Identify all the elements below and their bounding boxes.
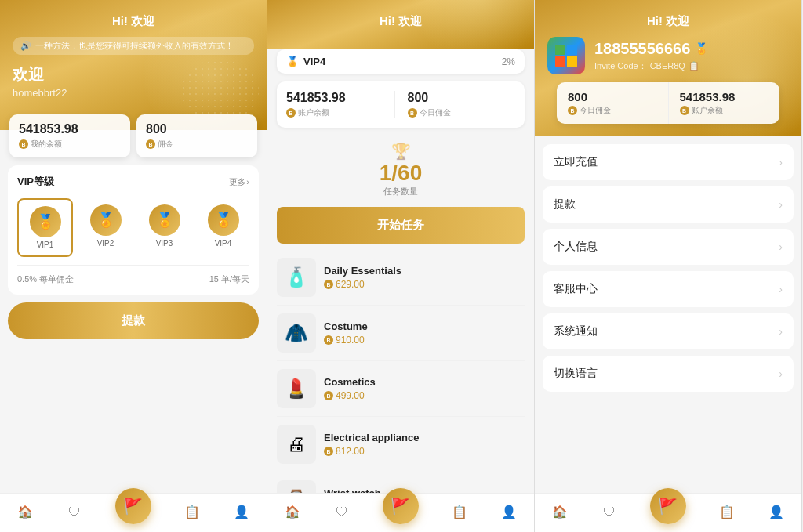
product-name-2: Costume — [324, 320, 525, 332]
product-price-3: B 499.00 — [324, 390, 525, 401]
coin-icon-p3a: B — [568, 106, 577, 115]
product-price-4: B 812.00 — [324, 446, 525, 457]
vip-item-3[interactable]: 🏅 VIP3 — [138, 198, 191, 257]
nav-home-3[interactable]: 🏠 — [551, 504, 569, 521]
menu-item-language[interactable]: 切换语言 › — [543, 356, 794, 392]
vip-rate: 0.5% 每单佣金 — [17, 273, 74, 285]
shield-icon-1: 🛡 — [66, 504, 83, 521]
vip-row-left: 🏅 VIP4 — [286, 56, 325, 67]
product-item-2[interactable]: 🧥 Costume B 910.00 — [277, 306, 525, 361]
flag-icon-2: 🚩 — [391, 497, 410, 516]
list-icon-1: 📋 — [183, 504, 201, 521]
product-img-2: 🧥 — [277, 313, 316, 353]
vip-row-label: VIP4 — [303, 56, 325, 67]
product-item-1[interactable]: 🧴 Daily Essentials B 629.00 — [277, 250, 525, 306]
home-icon-1: 🏠 — [16, 504, 34, 521]
flag-icon-1: 🚩 — [123, 497, 143, 516]
coin-icon-p3: B — [324, 391, 333, 400]
panel2-header: Hi! 欢迎 — [267, 0, 534, 49]
vip-item-2[interactable]: 🏅 VIP2 — [79, 198, 132, 257]
nav-profile-1[interactable]: 👤 — [233, 504, 250, 521]
vip-badge-profile: 🏅 — [695, 42, 708, 55]
nav-profile-2[interactable]: 👤 — [500, 504, 518, 521]
vip-badge-row: 🏅 — [286, 56, 299, 67]
start-task-button[interactable]: 开始任务 — [277, 207, 525, 244]
menu-item-notify[interactable]: 系统通知 › — [543, 313, 794, 349]
menu-label-support: 客服中心 — [554, 282, 598, 296]
profile-icon-3: 👤 — [768, 504, 785, 521]
bottom-nav-2: 🏠 🛡 🚩 📋 👤 — [267, 493, 534, 532]
product-img-4: 🖨 — [277, 425, 316, 464]
product-name-4: Electrical appliance — [324, 432, 525, 443]
product-item-4[interactable]: 🖨 Electrical appliance B 812.00 — [277, 417, 525, 472]
menu-label-recharge: 立即充值 — [554, 155, 598, 169]
nav-center-1[interactable]: 🚩 — [115, 488, 151, 524]
product-name-1: Daily Essentials — [324, 265, 525, 277]
decorative-dots — [180, 60, 259, 122]
speaker-icon: 🔊 — [20, 41, 31, 51]
product-info-2: Costume B 910.00 — [324, 320, 525, 346]
panel3-header: Hi! 欢迎 18855556666 🏅 Invite Code： — [535, 0, 801, 136]
vip-limit: 15 单/每天 — [209, 273, 249, 285]
menu-item-recharge[interactable]: 立即充值 › — [543, 144, 794, 180]
nav-shield-2[interactable]: 🛡 — [333, 504, 351, 521]
menu-item-withdraw[interactable]: 提款 › — [543, 186, 794, 223]
nav-list-3[interactable]: 📋 — [718, 504, 736, 521]
profile-avatar — [547, 37, 585, 74]
vip-label-4: VIP4 — [215, 239, 232, 248]
vip-item-4[interactable]: 🏅 VIP4 — [197, 198, 249, 257]
copy-icon[interactable]: 📋 — [689, 61, 699, 71]
profile-phone: 18855556666 🏅 — [594, 40, 789, 58]
task-label: 任务数量 — [267, 186, 534, 197]
product-price-2: B 910.00 — [324, 335, 525, 346]
more-link[interactable]: 更多 › — [229, 176, 249, 188]
coin-icon-2: B — [146, 139, 155, 149]
nav-center-2[interactable]: 🚩 — [383, 488, 419, 524]
nav-home-1[interactable]: 🏠 — [16, 504, 34, 521]
product-info-3: Cosmetics B 499.00 — [324, 376, 525, 401]
hi-title-2: Hi! 欢迎 — [280, 14, 521, 29]
product-item-3[interactable]: 💄 Cosmetics B 499.00 — [277, 361, 525, 417]
panel-profile: Hi! 欢迎 18855556666 🏅 Invite Code： — [535, 0, 802, 532]
home-icon-3: 🏠 — [551, 504, 569, 521]
bal-amount: 541853.98 — [286, 91, 394, 105]
p3-balance-col: 541853.98 B 账户余额 — [668, 82, 780, 124]
p3-commission-lbl: B 今日佣金 — [568, 105, 657, 116]
profile-icon-1: 👤 — [233, 504, 250, 521]
task-number: 1/60 — [267, 161, 534, 186]
vip-label-2: VIP2 — [97, 239, 114, 248]
product-info-1: Daily Essentials B 629.00 — [324, 265, 525, 290]
menu-label-withdraw: 提款 — [554, 197, 576, 212]
nav-shield-1[interactable]: 🛡 — [66, 504, 83, 521]
bottom-nav-3: 🏠 🛡 🚩 📋 👤 — [535, 493, 801, 532]
nav-home-2[interactable]: 🏠 — [284, 504, 301, 521]
vip-item-1[interactable]: 🏅 VIP1 — [17, 198, 73, 257]
nav-profile-3[interactable]: 👤 — [768, 504, 785, 521]
vip-label-1: VIP1 — [37, 241, 54, 249]
task-counter: 🏆 1/60 任务数量 — [267, 136, 534, 201]
nav-list-2[interactable]: 📋 — [451, 504, 468, 521]
vip-list: 🏅 VIP1 🏅 VIP2 🏅 VIP3 🏅 VIP4 — [17, 198, 249, 257]
balance-row: 541853.98 B 账户余额 800 B 今日佣金 — [277, 81, 525, 128]
balance-card-commission: 800 B 佣金 — [136, 114, 257, 157]
product-info-5: Wrist watch B 428.00 — [324, 487, 525, 493]
p3-commission-amount: 800 — [568, 90, 657, 103]
list-icon-3: 📋 — [718, 504, 736, 521]
nav-center-3[interactable]: 🚩 — [650, 488, 686, 524]
chevron-language: › — [779, 367, 783, 380]
p3-balance-amount: 541853.98 — [680, 90, 769, 103]
hi-title-1: Hi! 欢迎 — [13, 14, 254, 29]
coin-icon-4: B — [408, 108, 417, 118]
username: homebbrt22 — [13, 87, 254, 99]
nav-shield-3[interactable]: 🛡 — [601, 504, 618, 521]
withdraw-button[interactable]: 提款 — [8, 302, 259, 339]
panel-home: Hi! 欢迎 🔊 一种方法，也是您获得可持续额外收入的有效方式！ 欢迎 home… — [0, 0, 267, 532]
menu-item-support[interactable]: 客服中心 › — [543, 271, 794, 307]
flag-icon-3: 🚩 — [658, 497, 678, 516]
coin-icon-1: B — [19, 139, 28, 149]
product-price-1: B 629.00 — [324, 279, 525, 290]
vip-section: VIP等级 更多 › 🏅 VIP1 🏅 VIP2 🏅 VIP3 🏅 VIP4 — [8, 165, 259, 295]
menu-item-profile[interactable]: 个人信息 › — [543, 229, 794, 265]
notice-text: 一种方法，也是您获得可持续额外收入的有效方式！ — [35, 40, 234, 52]
nav-list-1[interactable]: 📋 — [183, 504, 201, 521]
